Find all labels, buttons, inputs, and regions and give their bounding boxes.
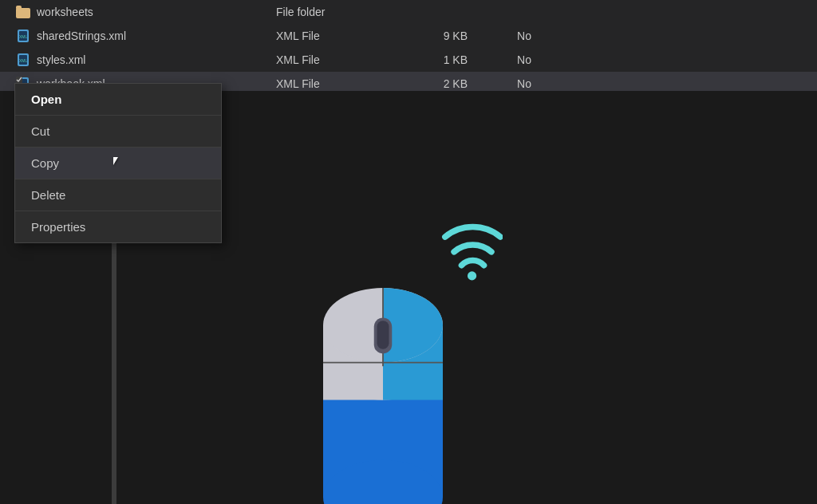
file-type: File folder (276, 6, 404, 18)
folder-icon (16, 5, 30, 19)
file-list: worksheets File folder XML sharedStrings… (0, 0, 817, 96)
file-size: 1 KB (404, 53, 468, 66)
file-name: worksheets (37, 6, 276, 18)
file-name: sharedStrings.xml (37, 30, 276, 42)
file-size: 2 KB (404, 77, 468, 90)
file-encrypted: No (483, 30, 531, 42)
file-type: XML File (276, 77, 404, 90)
xml-file-icon: XML (16, 53, 30, 67)
context-menu-properties[interactable]: Properties (15, 211, 221, 242)
file-row-sharedstrings[interactable]: XML sharedStrings.xml XML File 9 KB No (0, 24, 817, 48)
svg-rect-1 (16, 6, 22, 10)
file-encrypted: No (483, 53, 531, 66)
file-name: styles.xml (37, 53, 276, 66)
mouse-illustration (263, 171, 503, 504)
file-encrypted: No (483, 77, 531, 90)
svg-rect-20 (377, 321, 389, 349)
mouse-svg (263, 179, 503, 504)
file-type: XML File (276, 30, 404, 42)
svg-text:XML: XML (19, 58, 28, 63)
xml-file-icon: XML (16, 29, 30, 43)
file-row-worksheets[interactable]: worksheets File folder (0, 0, 817, 24)
svg-text:XML: XML (19, 34, 28, 39)
file-row-styles[interactable]: XML styles.xml XML File 1 KB No (0, 48, 817, 72)
context-menu-cut[interactable]: Cut (15, 116, 221, 148)
context-menu-delete[interactable]: Delete (15, 179, 221, 211)
context-menu-open[interactable]: Open (15, 84, 221, 116)
file-size: 9 KB (404, 30, 468, 42)
file-type: XML File (276, 53, 404, 66)
svg-point-22 (468, 271, 476, 280)
